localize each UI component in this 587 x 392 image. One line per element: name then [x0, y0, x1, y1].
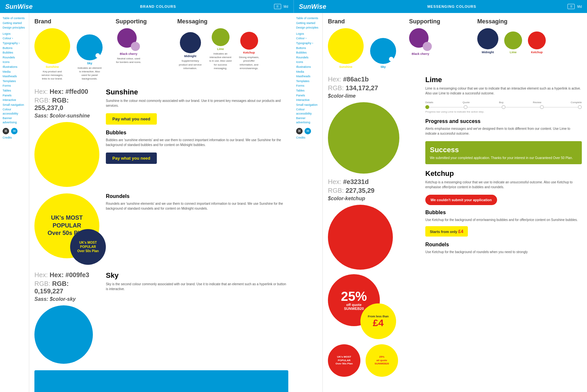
r-sidebar-item-colour-access[interactable]: Colour accessibility [296, 107, 320, 116]
sidebar-item-media[interactable]: Media [3, 70, 26, 74]
r-sidebar-item-bubbles[interactable]: Bubbles [296, 51, 320, 55]
left-main-content: Brand Sunshine Key product and service m… [29, 13, 294, 392]
ketchup-title: Ketchup [425, 169, 582, 178]
r-sky-label: Sky [381, 65, 386, 68]
sunshine-desc: Sunshine is the colour most commonly ass… [106, 98, 288, 108]
sunshine-hex-block: Hex: Hex: #ffed00 RGB: RGB: 255,237,0 Sa… [34, 88, 99, 187]
github-icon[interactable]: ⌘ [3, 128, 9, 134]
right-main-content: Brand Sunshine Sky [323, 13, 587, 392]
color-palette-header: Brand Sunshine Key product and service m… [34, 18, 288, 83]
r-sidebar-item-illustrations[interactable]: Illustrations [296, 65, 320, 69]
r-sidebar-item-colour[interactable]: Colour › [296, 36, 320, 41]
r-roundels-title: Roundels [425, 242, 582, 248]
sidebar-item-design-principles[interactable]: Design principles [3, 26, 26, 30]
r-sunshine-swatch: Sunshine [328, 28, 364, 68]
ketchup-bubbles-desc: Use Ketchup for the background of error/… [425, 217, 582, 222]
sidebar-item-buttons[interactable]: Buttons [3, 46, 26, 50]
sidebar-item-tables[interactable]: Tables [3, 89, 26, 93]
sidebar-credits[interactable]: Credits [3, 136, 26, 140]
r-sidebar-item-tables[interactable]: Tables [296, 89, 320, 93]
sidebar-item-toc[interactable]: Table of contents [3, 16, 26, 20]
masthead-preview [34, 370, 288, 392]
sky-swatch: Sky Indicates an element is interactive.… [77, 34, 103, 81]
progress-desc: Alerts emphasise messages and we've desi… [425, 126, 582, 136]
sidebar-item-panels[interactable]: Panels [3, 93, 26, 98]
sidebar-item-small-nav[interactable]: Small navigation [3, 103, 26, 107]
sky-dot [95, 53, 100, 58]
r-github-icon[interactable]: ⌘ [296, 128, 303, 134]
roundel-small-line2: POPULAR [80, 245, 96, 249]
pay-midnight-button[interactable]: Pay what you need [106, 153, 157, 164]
pay-sunshine-button[interactable]: Pay what you need [106, 113, 157, 125]
r-sidebar-item-typography[interactable]: Typography › [296, 41, 320, 45]
device-icon-right[interactable]: ☰ [568, 4, 575, 9]
r-ketchup-label: Ketchup [531, 51, 543, 54]
lime-desc: Lime is a messenging colour that we use … [425, 86, 582, 96]
email-icon[interactable]: ✉ [11, 128, 18, 134]
lime-hex-val: #86ac1b [343, 76, 369, 83]
sidebar-item-icons[interactable]: Icons [3, 60, 26, 64]
ketchup-sass-display: $color-ketchup [328, 196, 419, 202]
r-email-icon[interactable]: ✉ [305, 128, 311, 134]
r-sidebar-item-forms[interactable]: Forms [296, 84, 320, 88]
sunshine-big-circle [34, 122, 99, 187]
r-supporting-section-title: Supporting [409, 18, 474, 25]
sidebar-item-colour-access[interactable]: Colour accessibility [3, 107, 26, 116]
progress-caption: Progress bar using Lime to indicate the … [425, 110, 582, 113]
lime-label: Lime [217, 47, 224, 51]
r-sidebar-item-getting-started[interactable]: Getting started [296, 21, 320, 25]
sky-big-circle [34, 305, 93, 364]
sidebar-item-interactive[interactable]: Interactive [3, 98, 26, 102]
r-sidebar-item-small-nav[interactable]: Small navigation [296, 103, 320, 107]
sidebar-item-bubbles[interactable]: Bubbles [3, 51, 26, 55]
sidebar-item-typography[interactable]: Typography › [3, 41, 26, 45]
device-icon-left[interactable]: ☰ [274, 4, 281, 9]
sidebar-item-banner[interactable]: Banner advertising [3, 116, 26, 124]
sidebar-item-logos[interactable]: Logos [3, 32, 26, 36]
roundels-title: Roundels [106, 193, 288, 199]
sidebar-item-forms[interactable]: Forms [3, 84, 26, 88]
left-panel: Table of contents Getting started Design… [0, 13, 294, 392]
sidebar-item-colour[interactable]: Colour › [3, 36, 26, 41]
step-dot-5 [578, 105, 582, 109]
lime-rgb-val: 134,172,27 [345, 84, 378, 92]
r-sidebar-credits[interactable]: Credits [296, 136, 320, 140]
ketchup-code: SUNWEB20 [344, 307, 364, 311]
sidebar-item-mastheads[interactable]: Mastheads [3, 74, 26, 79]
r-sidebar-social-icons: ⌘ ✉ [296, 128, 320, 134]
r-sidebar-item-interactive[interactable]: Interactive [296, 98, 320, 102]
sidebar-item-templates[interactable]: Templates [3, 79, 26, 83]
sunshine-rgb: RGB: RGB: 255,237,0 [34, 97, 99, 112]
r-brand-section-title: Brand [328, 18, 406, 25]
r-sidebar-item-templates[interactable]: Templates [296, 79, 320, 83]
sidebar-item-roundels[interactable]: Roundels [3, 55, 26, 60]
r-sidebar-item-buttons[interactable]: Buttons [296, 46, 320, 50]
ketchup-price-secondary-circle: From less than £4 [360, 303, 396, 339]
sunshine-sass: Sass: $color-sunshine [34, 113, 99, 119]
sidebar-item-getting-started[interactable]: Getting started [3, 21, 26, 25]
r-sidebar-item-banner[interactable]: Banner advertising [296, 116, 320, 124]
right-sidebar: Table of contents Getting started Design… [294, 13, 323, 392]
cherry-swatch: Black cherry Neutral colour, used for bo… [116, 28, 142, 64]
r-sidebar-item-mastheads[interactable]: Mastheads [296, 74, 320, 79]
r-sidebar-item-logos[interactable]: Logos [296, 32, 320, 36]
sky-hex-value: Hex: #009fe3 [50, 271, 89, 278]
r-sidebar-item-design-principles[interactable]: Design principles [296, 26, 320, 30]
sky-sass-display: Sass: $color-sky [34, 296, 99, 302]
sky-desc-short: Indicates an element is interactive. Als… [77, 66, 103, 81]
messaging-section-title: Messaging [177, 18, 288, 25]
r-sidebar-item-panels[interactable]: Panels [296, 93, 320, 98]
r-cherry-label: Black cherry [412, 52, 429, 55]
r-cherry-light-circle [423, 42, 432, 51]
r-sidebar-item-icons[interactable]: Icons [296, 60, 320, 64]
sidebar-item-illustrations[interactable]: Illustrations [3, 65, 26, 69]
lime-swatch: Lime Indicates an interactive element is… [209, 28, 232, 70]
lime-hex-display: Hex: #86ac1b [328, 76, 419, 83]
r-sidebar-item-toc[interactable]: Table of contents [296, 16, 320, 20]
cherry-light-circle [131, 42, 140, 51]
r-messaging-circles: Midnight Lime Ketchup [477, 28, 582, 54]
r-sidebar-item-media[interactable]: Media [296, 70, 320, 74]
r-sidebar-item-roundels[interactable]: Roundels [296, 55, 320, 60]
r-lime-circle [504, 31, 522, 49]
step-dot-3 [502, 105, 506, 109]
